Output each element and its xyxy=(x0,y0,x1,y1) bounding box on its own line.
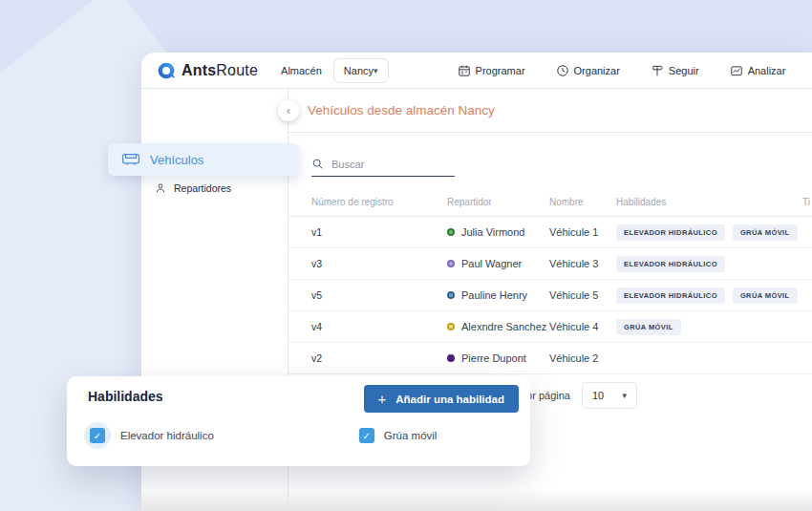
cell-repartidor: Julia Virmond xyxy=(447,226,549,238)
cell-repartidor: Pauline Henry xyxy=(447,289,549,301)
warehouse-select[interactable]: Nancy ▾ xyxy=(333,58,389,83)
chevron-left-icon: ‹ xyxy=(287,103,290,117)
search-icon xyxy=(311,158,324,170)
vehicles-table: Número de registro Repartidor Nombre Hab… xyxy=(288,188,812,374)
cell-registro: v5 xyxy=(311,289,447,301)
skill-label: Elevador hidráulico xyxy=(120,430,214,441)
back-button[interactable]: ‹ xyxy=(278,100,299,121)
table-row[interactable]: v5 Pauline Henry Véhicule 5 ELEVADOR HID… xyxy=(288,280,812,311)
person-icon xyxy=(155,182,166,194)
nav-item-seguir[interactable]: Seguir xyxy=(651,64,699,77)
checkbox-checked-icon[interactable]: ✓ xyxy=(359,428,374,443)
cell-repartidor-name: Paul Wagner xyxy=(461,258,522,269)
cell-nombre: Véhicule 5 xyxy=(549,289,616,301)
skill-badge: ELEVADOR HIDRÁULICO xyxy=(616,224,725,241)
cell-registro: v2 xyxy=(311,352,447,364)
per-page-value: 10 xyxy=(592,390,604,401)
checkbox-checked-icon[interactable]: ✓ xyxy=(90,428,105,443)
truck-icon xyxy=(121,152,140,167)
chevron-down-icon: ▾ xyxy=(622,391,627,400)
logo-text: AntsRoute xyxy=(182,62,258,79)
warehouse-select-value: Nancy xyxy=(344,65,374,76)
modal-title: Habilidades xyxy=(88,389,163,404)
skill-label: Grúa móvil xyxy=(384,430,438,441)
antsroute-logo-icon xyxy=(157,61,176,80)
chart-icon xyxy=(730,64,743,77)
cell-habilidades: ELEVADOR HIDRÁULICOGRÚA MÓVIL xyxy=(616,287,798,304)
chevron-down-icon: ▾ xyxy=(374,66,378,75)
pagination: por página 10 ▾ xyxy=(521,382,812,409)
nav-item-analizar[interactable]: Analizar xyxy=(730,64,786,77)
driver-status-dot xyxy=(447,228,455,236)
cell-habilidades: GRÚA MÓVIL xyxy=(616,319,793,335)
col-header-repartidor: Repartidor xyxy=(447,197,549,207)
table-body: v1 Julia Virmond Véhicule 1 ELEVADOR HID… xyxy=(288,217,812,374)
search-input[interactable] xyxy=(331,159,437,170)
col-header-registro: Número de registro xyxy=(311,197,447,207)
cell-nombre: Véhicule 4 xyxy=(549,321,616,332)
cell-repartidor-name: Pierre Dupont xyxy=(461,352,526,364)
table-row[interactable]: v2 Pierre Dupont Véhicule 2 xyxy=(288,343,812,374)
skill-badge: ELEVADOR HIDRÁULICO xyxy=(616,287,725,304)
cell-repartidor: Paul Wagner xyxy=(447,258,549,269)
add-skill-button[interactable]: + Añadir una habilidad xyxy=(364,385,520,413)
nav-item-organizar[interactable]: Organizar xyxy=(556,64,620,77)
table-row[interactable]: v3 Paul Wagner Véhicule 3 ELEVADOR HIDRÁ… xyxy=(288,248,812,280)
driver-status-dot xyxy=(447,354,455,362)
skill-elevador-item[interactable]: ✓ Elevador hidráulico xyxy=(84,422,214,449)
cell-registro: v4 xyxy=(311,321,447,332)
col-header-nombre: Nombre xyxy=(549,197,616,207)
cell-repartidor-name: Alexndre Sanchez xyxy=(461,321,546,332)
cell-registro: v1 xyxy=(311,226,447,238)
skill-grua-item[interactable]: ✓ Grúa móvil xyxy=(359,428,438,443)
cell-habilidades: ELEVADOR HIDRÁULICOGRÚA MÓVIL xyxy=(616,224,798,241)
search-field[interactable] xyxy=(311,158,455,177)
driver-status-dot xyxy=(447,291,455,299)
warehouse-label: Almacén xyxy=(281,65,322,76)
main-nav: Programar Organizar Seguir Analizar Cli xyxy=(458,64,812,77)
table-row[interactable]: v4 Alexndre Sanchez Véhicule 4 GRÚA MÓVI… xyxy=(288,311,812,343)
driver-status-dot xyxy=(447,260,455,267)
table-row[interactable]: v1 Julia Virmond Véhicule 1 ELEVADOR HID… xyxy=(288,217,812,248)
sidebar-item-repartidores[interactable]: Repartidores xyxy=(155,182,231,194)
sidebar-item-label: Vehículos xyxy=(150,153,203,167)
driver-status-dot xyxy=(447,323,455,330)
app-bar: AntsRoute Almacén Nancy ▾ Programar Orga… xyxy=(141,53,812,89)
logo: AntsRoute xyxy=(157,61,258,80)
cell-nombre: Véhicule 3 xyxy=(549,258,616,269)
cell-registro: v3 xyxy=(311,258,447,269)
skill-badge: GRÚA MÓVIL xyxy=(733,287,798,304)
skills-modal: Habilidades + Añadir una habilidad ✓ Ele… xyxy=(67,376,530,466)
clock-icon xyxy=(556,64,569,77)
nav-item-programar[interactable]: Programar xyxy=(458,64,525,77)
skill-badge: GRÚA MÓVIL xyxy=(733,224,798,241)
cell-habilidades: ELEVADOR HIDRÁULICO xyxy=(616,256,793,272)
table-header: Número de registro Repartidor Nombre Hab… xyxy=(288,188,812,217)
cell-repartidor: Pierre Dupont xyxy=(447,352,549,364)
cell-nombre: Véhicule 2 xyxy=(549,352,616,364)
col-header-habilidades: Habilidades xyxy=(616,197,793,207)
title-row: ‹ Vehículos desde almacén Nancy xyxy=(288,89,812,133)
cell-repartidor-name: Pauline Henry xyxy=(461,289,527,301)
calendar-icon xyxy=(458,64,471,77)
plus-icon: + xyxy=(378,391,387,407)
cell-repartidor-name: Julia Virmond xyxy=(461,226,524,238)
skill-badge: GRÚA MÓVIL xyxy=(616,319,681,335)
skill-badge: ELEVADOR HIDRÁULICO xyxy=(616,256,725,272)
cell-nombre: Véhicule 1 xyxy=(549,226,616,238)
page-title: Vehículos desde almacén Nancy xyxy=(288,103,495,117)
per-page-select[interactable]: 10 ▾ xyxy=(582,382,637,409)
skills-checkbox-row: ✓ Elevador hidráulico ✓ Grúa móvil xyxy=(82,422,515,449)
screen: AntsRoute Almacén Nancy ▾ Programar Orga… xyxy=(0,0,812,511)
sidebar-item-label: Repartidores xyxy=(174,182,231,194)
sidebar-item-vehiculos[interactable]: Vehículos xyxy=(108,143,299,176)
col-header-tipo: Ti xyxy=(802,197,812,207)
signpost-icon xyxy=(651,64,664,77)
cell-repartidor: Alexndre Sanchez xyxy=(447,321,549,332)
checkbox-halo: ✓ xyxy=(84,422,111,449)
